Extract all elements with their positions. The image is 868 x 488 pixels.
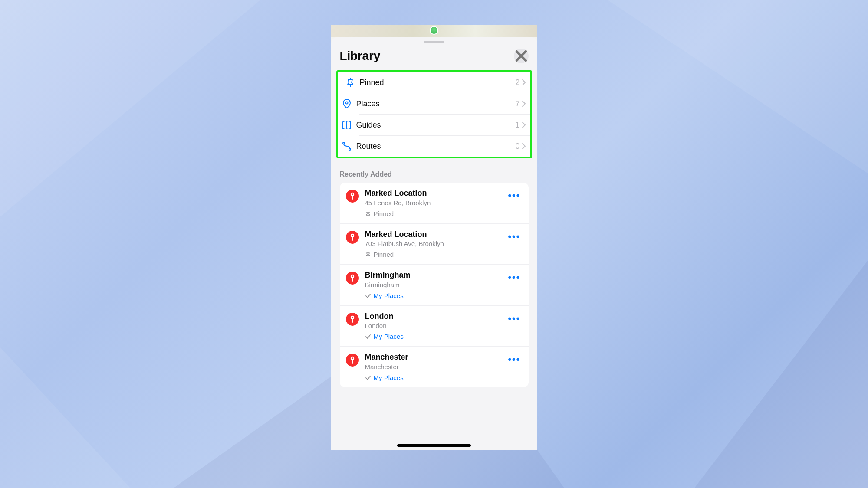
category-label: Routes — [356, 142, 516, 151]
category-pinned[interactable]: Pinned 2 — [338, 72, 530, 93]
phone-frame: Library Pinned 2 Places 7 — [331, 25, 537, 450]
place-tag: Pinned — [365, 251, 505, 258]
place-title: Manchester — [365, 353, 505, 362]
place-tag-label: My Places — [374, 292, 404, 299]
place-body: Marked Location 45 Lenox Rd, Brooklyn Pi… — [365, 189, 505, 217]
chevron-right-icon — [522, 100, 526, 107]
map-pin-icon — [346, 272, 359, 285]
route-icon — [338, 141, 355, 151]
place-subtitle: Manchester — [365, 363, 505, 370]
place-tag: My Places — [365, 292, 505, 299]
place-body: Birmingham Birmingham My Places — [365, 271, 505, 299]
category-routes[interactable]: Routes 0 — [359, 135, 530, 157]
svg-rect-15 — [352, 278, 353, 282]
map-background — [331, 25, 537, 37]
chevron-right-icon — [522, 121, 526, 128]
chevron-right-icon — [522, 143, 526, 150]
svg-point-10 — [352, 193, 353, 195]
svg-point-13 — [352, 235, 353, 236]
place-title: Birmingham — [365, 271, 505, 280]
place-item[interactable]: Manchester Manchester My Places ••• — [340, 346, 529, 387]
place-title: London — [365, 312, 505, 321]
place-tag-label: My Places — [374, 333, 404, 340]
more-button[interactable]: ••• — [504, 189, 522, 198]
place-subtitle: London — [365, 322, 505, 329]
category-guides[interactable]: Guides 1 — [359, 114, 530, 135]
svg-point-5 — [345, 102, 348, 104]
places-list: Marked Location 45 Lenox Rd, Brooklyn Pi… — [340, 183, 529, 387]
place-tag: My Places — [365, 374, 505, 381]
place-tag-label: My Places — [374, 374, 404, 381]
svg-point-7 — [349, 148, 351, 150]
categories-list: Pinned 2 Places 7 Guides 1 — [336, 70, 532, 158]
pin-icon — [342, 77, 359, 88]
check-mini-icon — [365, 333, 371, 340]
close-button[interactable] — [514, 49, 529, 63]
place-body: Marked Location 703 Flatbush Ave, Brookl… — [365, 230, 505, 259]
place-tag-label: Pinned — [374, 251, 394, 258]
book-icon — [338, 120, 355, 130]
place-item[interactable]: Birmingham Birmingham My Places ••• — [340, 264, 529, 305]
svg-point-19 — [352, 317, 353, 318]
svg-marker-0 — [0, 0, 260, 217]
place-title: Marked Location — [365, 230, 505, 239]
place-tag-label: Pinned — [374, 210, 394, 217]
svg-marker-3 — [694, 260, 868, 488]
place-body: London London My Places — [365, 312, 505, 341]
category-label: Places — [356, 99, 516, 108]
svg-marker-2 — [608, 0, 868, 174]
map-pin-icon — [346, 190, 359, 203]
place-item[interactable]: London London My Places ••• — [340, 305, 529, 347]
category-label: Guides — [356, 121, 516, 130]
map-pin-icon — [346, 354, 359, 367]
svg-point-16 — [352, 275, 353, 277]
more-button[interactable]: ••• — [504, 271, 522, 280]
category-count: 7 — [515, 99, 519, 108]
chevron-right-icon — [522, 79, 526, 86]
map-pin-icon — [346, 313, 359, 326]
place-title: Marked Location — [365, 189, 505, 198]
place-tag: My Places — [365, 333, 505, 340]
svg-point-22 — [352, 358, 353, 360]
svg-rect-9 — [352, 196, 353, 200]
place-tag: Pinned — [365, 210, 505, 217]
page-title: Library — [340, 49, 381, 63]
pin-mini-icon — [365, 210, 371, 217]
category-count: 0 — [515, 142, 519, 151]
place-icon — [338, 98, 355, 109]
category-count: 1 — [515, 121, 519, 130]
more-button[interactable]: ••• — [504, 312, 522, 321]
check-mini-icon — [365, 292, 371, 299]
library-sheet: Library Pinned 2 Places 7 — [331, 37, 537, 450]
place-item[interactable]: Marked Location 45 Lenox Rd, Brooklyn Pi… — [340, 183, 529, 223]
map-pin-icon — [346, 231, 359, 244]
pin-mini-icon — [365, 251, 371, 258]
section-header-recently-added: Recently Added — [331, 158, 537, 183]
category-places[interactable]: Places 7 — [359, 93, 530, 114]
home-indicator[interactable] — [397, 444, 471, 447]
place-subtitle: 703 Flatbush Ave, Brooklyn — [365, 240, 505, 247]
place-item[interactable]: Marked Location 703 Flatbush Ave, Brookl… — [340, 223, 529, 265]
sheet-header: Library — [331, 37, 537, 69]
more-button[interactable]: ••• — [504, 353, 522, 362]
svg-rect-12 — [352, 237, 353, 241]
more-button[interactable]: ••• — [504, 230, 522, 239]
place-body: Manchester Manchester My Places — [365, 353, 505, 381]
close-icon — [514, 49, 529, 63]
category-label: Pinned — [360, 78, 516, 87]
svg-rect-18 — [352, 319, 353, 323]
place-subtitle: 45 Lenox Rd, Brooklyn — [365, 199, 505, 206]
place-subtitle: Birmingham — [365, 281, 505, 288]
category-count: 2 — [515, 78, 519, 87]
check-mini-icon — [365, 374, 371, 381]
svg-rect-21 — [352, 360, 353, 364]
svg-marker-4 — [0, 347, 130, 488]
